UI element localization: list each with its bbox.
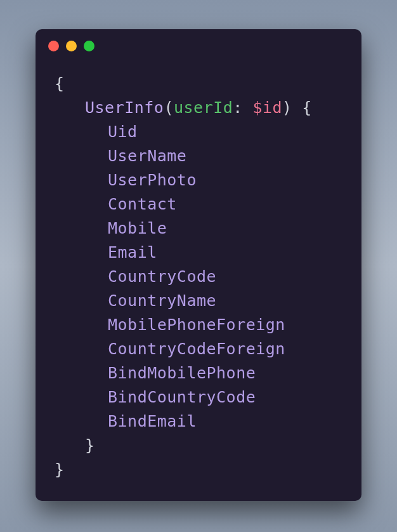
field-mobile: Mobile xyxy=(108,219,167,237)
field-bindcountrycode: BindCountryCode xyxy=(108,388,256,406)
field-countrycodeforeign: CountryCodeForeign xyxy=(108,340,285,358)
field-countryname: CountryName xyxy=(108,291,216,310)
code-window: { UserInfo(userId: $id) { Uid UserName U… xyxy=(36,29,361,501)
paren-open: ( xyxy=(164,98,174,117)
colon: : xyxy=(233,98,252,117)
arg-userid: userId xyxy=(174,98,233,117)
brace-close: } xyxy=(55,460,65,479)
brace-open: { xyxy=(55,74,65,93)
field-contact: Contact xyxy=(108,195,177,213)
close-icon[interactable] xyxy=(48,41,59,51)
field-mobilephoneforeign: MobilePhoneForeign xyxy=(108,316,285,334)
zoom-icon[interactable] xyxy=(84,41,94,51)
userinfo-call: UserInfo(userId: $id) { xyxy=(55,96,342,120)
field-uid: Uid xyxy=(108,123,138,141)
code-block: { UserInfo(userId: $id) { Uid UserName U… xyxy=(36,57,361,488)
field-bindemail: BindEmail xyxy=(108,412,197,430)
var-id: $id xyxy=(252,98,282,117)
minimize-icon[interactable] xyxy=(66,41,77,51)
paren-close-brace: ) { xyxy=(282,98,312,117)
field-userphoto: UserPhoto xyxy=(108,171,197,189)
field-bindmobilephone: BindMobilePhone xyxy=(108,364,256,382)
field-username: UserName xyxy=(108,147,186,165)
field-email: Email xyxy=(108,243,157,262)
type-userinfo: UserInfo xyxy=(85,98,164,117)
field-countrycode: CountryCode xyxy=(108,267,216,286)
inner-brace-close: } xyxy=(85,436,95,455)
window-titlebar xyxy=(36,29,361,57)
